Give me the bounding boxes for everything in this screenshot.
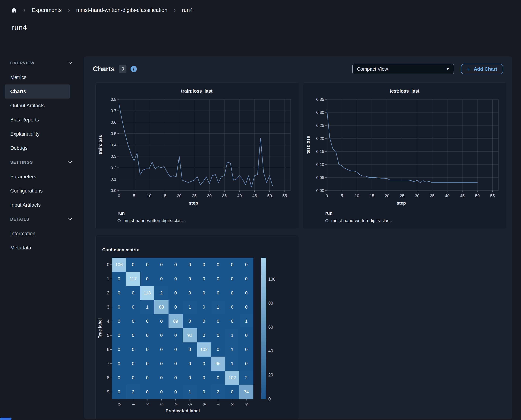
series-marker-icon	[325, 219, 328, 222]
colorbar: 020406080100	[261, 258, 266, 413]
svg-text:50: 50	[267, 194, 272, 198]
train-loss-chart: 05101520253035404550550.00.10.20.30.40.5…	[103, 96, 293, 201]
charts-panel-header: Charts 3 i Compact View ▼ + Add Chart	[93, 64, 503, 74]
cm-cell: 0	[112, 357, 126, 371]
cm-cell: 1	[225, 357, 239, 371]
x-axis-label: step	[303, 201, 476, 206]
cm-cell: 0	[126, 328, 140, 342]
svg-text:0.15: 0.15	[316, 149, 324, 154]
cm-cell: 118	[140, 286, 154, 300]
cm-cell: 0	[211, 314, 225, 328]
sidebar-item-metadata[interactable]: Metadata	[5, 241, 70, 255]
sidebar-item-explainability[interactable]: Explainability	[5, 127, 70, 141]
cm-xtick-labels: 0123456789	[112, 399, 253, 407]
svg-text:15: 15	[370, 194, 374, 198]
cm-cell: 1	[211, 300, 225, 314]
cm-cell: 0	[183, 314, 197, 328]
cm-cell: 0	[154, 342, 169, 357]
svg-text:0.7: 0.7	[111, 108, 116, 113]
sidebar-item-information[interactable]: Information	[5, 226, 70, 241]
cm-cell: 102	[225, 371, 239, 385]
cm-cell: 0	[169, 272, 183, 286]
breadcrumb-experiments[interactable]: Experiments	[32, 7, 62, 13]
sidebar-item-input-artifacts[interactable]: Input Artifacts	[5, 198, 70, 212]
svg-text:35: 35	[222, 194, 227, 198]
cm-cell: 0	[112, 286, 126, 300]
y-axis-label: train:loss	[98, 135, 103, 154]
chevron-right-icon: ›	[174, 7, 176, 13]
cm-cell: 0	[183, 342, 197, 357]
sidebar-section-settings[interactable]: SETTINGS	[10, 155, 72, 170]
svg-text:5: 5	[341, 194, 343, 198]
y-axis-label: test:loss	[306, 136, 311, 154]
cm-cell: 0	[112, 328, 126, 342]
add-chart-button[interactable]: + Add Chart	[461, 64, 503, 74]
cm-cell: 0	[140, 314, 154, 328]
legend-item[interactable]: mnist-hand-written-digits-clas…	[325, 218, 506, 223]
cm-cell: 0	[126, 357, 140, 371]
x-axis-label: step	[95, 201, 269, 206]
home-icon[interactable]	[11, 7, 17, 13]
cm-cell: 0	[225, 314, 239, 328]
svg-text:0.1: 0.1	[111, 177, 116, 181]
chart-title: Confusion matrix	[102, 247, 298, 252]
cm-cell: 0	[183, 371, 197, 385]
sidebar-item-charts[interactable]: Charts	[5, 84, 70, 98]
sidebar-section-details[interactable]: DETAILS	[10, 212, 72, 226]
cm-cell: 0	[154, 328, 169, 342]
info-icon[interactable]: i	[131, 66, 137, 72]
sidebar-item-debugs[interactable]: Debugs	[5, 141, 70, 155]
svg-text:20: 20	[385, 194, 389, 198]
svg-text:0.20: 0.20	[316, 136, 324, 141]
breadcrumb: › Experiments › mnist-hand-written-digit…	[0, 0, 521, 20]
cm-cell: 0	[183, 258, 197, 272]
cm-cell: 74	[239, 385, 253, 399]
cm-cell: 0	[211, 342, 225, 357]
chart-card-train-loss: train:loss_last train:loss 0510152025303…	[95, 82, 298, 229]
cm-cell: 0	[126, 286, 140, 300]
plus-icon: +	[467, 66, 471, 72]
view-mode-select[interactable]: Compact View ▼	[352, 64, 454, 74]
cm-cell: 0	[211, 272, 225, 286]
chevron-down-icon	[68, 161, 72, 164]
svg-text:40: 40	[445, 194, 450, 198]
svg-text:30: 30	[415, 194, 419, 198]
legend-label: mnist-hand-written-digits-clas…	[124, 218, 186, 223]
svg-text:0: 0	[326, 194, 328, 198]
svg-text:0.4: 0.4	[111, 143, 116, 147]
chart-legend: run mnist-hand-written-digits-clas…	[325, 210, 506, 223]
sidebar-item-parameters[interactable]: Parameters	[5, 170, 70, 184]
sidebar-section-overview[interactable]: OVERVIEW	[10, 56, 72, 70]
cm-cell: 0	[211, 286, 225, 300]
y-axis-label: True label	[98, 318, 103, 338]
cm-cell: 0	[140, 272, 154, 286]
sidebar-item-configurations[interactable]: Configurations	[5, 184, 70, 198]
cm-cell: 0	[239, 328, 253, 342]
cm-cell: 2	[154, 286, 169, 300]
cm-cell: 0	[112, 385, 126, 399]
legend-item[interactable]: mnist-hand-written-digits-clas…	[117, 218, 298, 223]
cm-cell: 0	[169, 357, 183, 371]
chart-title: train:loss_last	[95, 88, 298, 94]
chevron-down-icon	[68, 218, 72, 221]
legend-title: run	[325, 210, 506, 216]
cm-cell: 0	[197, 300, 211, 314]
chart-card-confusion-matrix: Confusion matrix True label 0123456789 1…	[95, 235, 298, 419]
section-label: DETAILS	[10, 217, 29, 222]
horizontal-scrollbar-thumb[interactable]	[0, 418, 12, 420]
svg-text:0.25: 0.25	[316, 123, 324, 128]
cm-cell: 0	[197, 371, 211, 385]
svg-text:0.0: 0.0	[111, 188, 116, 193]
svg-text:0.3: 0.3	[111, 154, 116, 159]
chevron-down-icon: ▼	[446, 67, 450, 71]
sidebar-item-bias-reports[interactable]: Bias Reports	[5, 113, 70, 127]
cm-cell: 0	[169, 300, 183, 314]
cm-cell: 2	[239, 371, 253, 385]
breadcrumb-experiment-name[interactable]: mnist-hand-written-digits-classification	[76, 7, 167, 13]
cm-cell: 0	[140, 258, 154, 272]
cm-cell: 0	[197, 286, 211, 300]
charts-title: Charts	[93, 65, 115, 73]
sidebar-item-output-artifacts[interactable]: Output Artifacts	[5, 98, 70, 113]
sidebar-item-metrics[interactable]: Metrics	[5, 70, 70, 84]
cm-cell: 102	[197, 342, 211, 357]
